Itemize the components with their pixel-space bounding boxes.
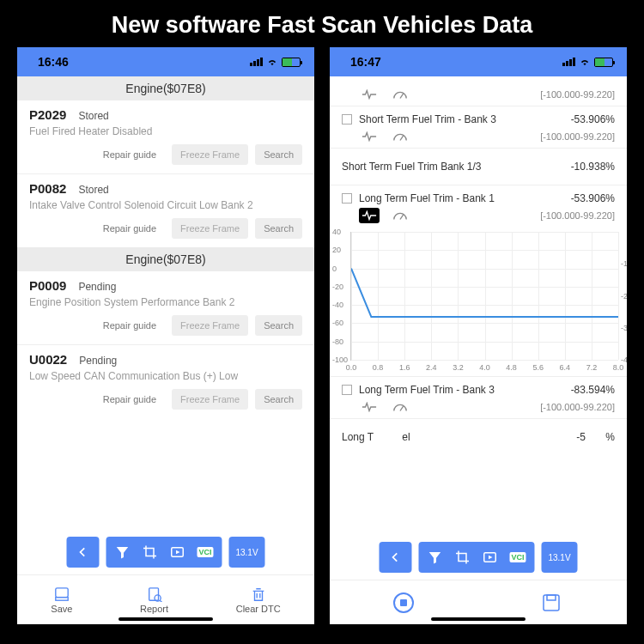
freeze-frame-button[interactable]: Freeze Frame (172, 218, 248, 239)
clear-dtc-button[interactable]: Clear DTC (236, 586, 281, 614)
dtc-list: Engine($07E8) P2029Stored Fuel Fired Hea… (17, 76, 314, 574)
dtc-code: P2029 (29, 107, 66, 122)
search-button[interactable]: Search (255, 218, 302, 239)
wifi-icon (266, 58, 278, 66)
data-row[interactable]: Short Term Fuel Trim Bank 1/3 -10.938% (330, 149, 627, 185)
data-range: [-100.000-99.220] (540, 131, 615, 142)
dtc-status: Pending (78, 281, 116, 293)
param-value: -53.906% (571, 113, 615, 125)
checkbox[interactable] (342, 114, 352, 125)
dtc-code: U0022 (29, 352, 67, 367)
status-bar: 16:47 (330, 47, 627, 76)
param-name: Long T el (342, 431, 569, 443)
floating-toolbar: VCI 13.1V (66, 537, 264, 568)
checkbox[interactable] (342, 385, 352, 395)
dtc-description: Low Speed CAN Communication Bus (+) Low (29, 370, 302, 382)
data-row[interactable]: Long Term Fuel Trim - Bank 1 -53.906% [-… (330, 185, 627, 227)
section-header: Engine($07E8) (17, 247, 314, 271)
play-icon[interactable] (169, 544, 185, 560)
data-range: [-100.000-99.220] (540, 210, 615, 221)
page-title: New software Fast Scan Vehicles Data (0, 0, 644, 47)
dtc-status: Pending (79, 355, 117, 367)
filter-icon[interactable] (114, 544, 130, 560)
vcl-badge: VCI (509, 552, 526, 562)
save-label: Save (51, 604, 72, 614)
section-header: Engine($07E8) (17, 76, 314, 100)
save-button[interactable]: Save (51, 586, 72, 614)
status-bar: 16:46 (17, 47, 314, 76)
repair-guide-button[interactable]: Repair guide (94, 218, 165, 239)
dtc-item[interactable]: P2029Stored Fuel Fired Heater Disabled R… (17, 100, 314, 165)
battery-icon (282, 58, 301, 67)
dtc-description: Fuel Fired Heater Disabled (29, 125, 302, 137)
signal-icon (250, 58, 263, 66)
data-row[interactable]: Short Term Fuel Trim - Bank 3 -53.906% [… (330, 106, 627, 148)
bottom-nav (330, 580, 627, 624)
repair-guide-button[interactable]: Repair guide (94, 389, 165, 410)
report-icon (145, 586, 164, 602)
waveform-icon[interactable] (359, 129, 380, 144)
data-row: [-100.000-99.220] (330, 76, 627, 106)
bottom-nav: Save Report Clear DTC (17, 574, 314, 624)
svg-line-6 (400, 94, 404, 98)
crop-icon[interactable] (142, 544, 157, 560)
data-row[interactable]: Long T el -5 % (330, 419, 627, 447)
back-button[interactable] (379, 542, 411, 573)
floating-toolbar: VCI 13.1V (379, 542, 577, 573)
search-button[interactable]: Search (255, 315, 302, 336)
freeze-frame-button[interactable]: Freeze Frame (172, 315, 248, 336)
svg-line-9 (400, 406, 404, 410)
home-indicator (118, 617, 213, 621)
svg-rect-12 (547, 595, 556, 600)
live-data-list: [-100.000-99.220] Short Term Fuel Trim -… (330, 76, 627, 580)
gauge-icon[interactable] (390, 87, 410, 102)
phone-left: 16:46 Engine($07E8) P2029Stored Fuel Fir… (17, 47, 314, 624)
report-button[interactable]: Report (140, 586, 168, 614)
play-icon[interactable] (482, 550, 497, 565)
clock: 16:46 (38, 55, 69, 69)
dtc-item[interactable]: U0022Pending Low Speed CAN Communication… (17, 345, 314, 410)
live-chart: 40200-20-40-60-80-1000-10-20-30-400.00.8… (350, 232, 618, 361)
dtc-status: Stored (78, 110, 108, 122)
gauge-icon[interactable] (390, 129, 410, 144)
checkbox[interactable] (342, 193, 352, 204)
param-name: Long Term Fuel Trim - Bank 3 (359, 384, 564, 396)
svg-rect-3 (149, 587, 158, 599)
record-stop-button[interactable] (393, 592, 414, 613)
toolbar-actions: VCI (418, 542, 534, 573)
dtc-status: Stored (78, 184, 108, 196)
svg-line-8 (400, 215, 404, 219)
param-name: Short Term Fuel Trim Bank 1/3 (342, 161, 564, 173)
signal-icon (562, 58, 575, 66)
search-button[interactable]: Search (255, 389, 302, 410)
save-data-button[interactable] (541, 592, 563, 613)
dtc-item[interactable]: P0009Pending Engine Position System Perf… (17, 271, 314, 336)
freeze-frame-button[interactable]: Freeze Frame (172, 144, 248, 165)
param-value: -53.906% (571, 192, 615, 204)
waveform-icon[interactable] (359, 399, 380, 415)
data-row[interactable]: Long Term Fuel Trim - Bank 3 -83.594% [-… (330, 377, 627, 418)
dtc-item[interactable]: P0082Stored Intake Valve Control Solenoi… (17, 174, 314, 239)
repair-guide-button[interactable]: Repair guide (94, 315, 165, 336)
search-button[interactable]: Search (255, 144, 302, 165)
svg-line-7 (400, 136, 404, 140)
param-name: Short Term Fuel Trim - Bank 3 (359, 113, 564, 125)
back-button[interactable] (66, 537, 99, 568)
gauge-icon[interactable] (390, 399, 410, 415)
status-icons (562, 58, 613, 67)
param-value: -83.594% (571, 384, 615, 396)
vcl-badge: VCI (197, 547, 213, 557)
dtc-description: Engine Position System Performance Bank … (29, 296, 302, 308)
waveform-icon[interactable] (359, 87, 380, 102)
gauge-icon[interactable] (390, 208, 410, 223)
freeze-frame-button[interactable]: Freeze Frame (172, 389, 248, 410)
dtc-code: P0082 (29, 181, 66, 196)
filter-icon[interactable] (427, 550, 442, 565)
svg-rect-11 (544, 595, 559, 611)
voltage-badge: 13.1V (229, 537, 265, 568)
waveform-icon[interactable] (359, 208, 380, 223)
dtc-description: Intake Valve Control Solenoid Circuit Lo… (29, 199, 302, 211)
wifi-icon (579, 58, 591, 66)
crop-icon[interactable] (454, 550, 470, 565)
repair-guide-button[interactable]: Repair guide (94, 144, 165, 165)
